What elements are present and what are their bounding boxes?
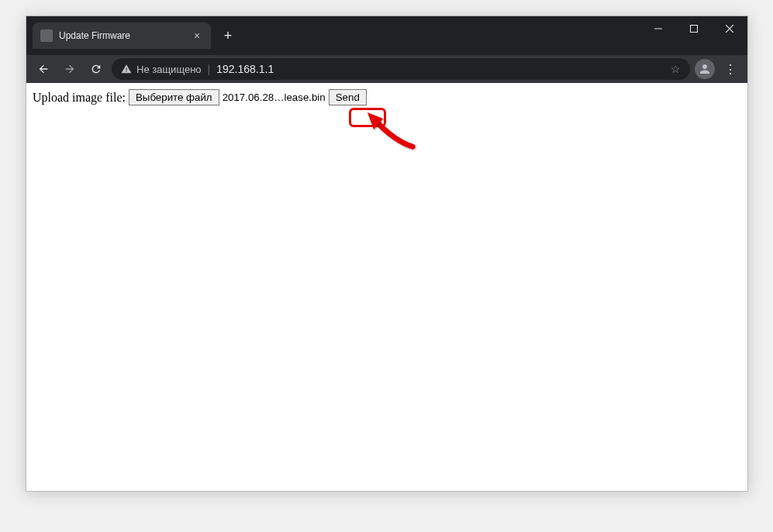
upload-label: Upload image file:	[33, 91, 126, 105]
page-content: Upload image file: Выберите файл 2017.06…	[26, 83, 747, 491]
new-tab-button[interactable]: +	[217, 25, 239, 47]
minimize-icon	[654, 25, 662, 33]
file-input[interactable]: Выберите файл 2017.06.28…lease.bin	[129, 89, 326, 105]
address-separator: |	[208, 63, 211, 75]
send-button[interactable]: Send	[329, 89, 367, 105]
minimize-button[interactable]	[640, 16, 676, 41]
browser-toolbar: Не защищено | 192.168.1.1 ☆ ⋮	[26, 55, 747, 83]
menu-button[interactable]: ⋮	[720, 58, 741, 80]
upload-form: Upload image file: Выберите файл 2017.06…	[33, 89, 741, 105]
back-button[interactable]	[33, 58, 54, 80]
close-tab-icon[interactable]: ×	[191, 29, 203, 42]
browser-window: Update Firmware × +	[26, 16, 748, 492]
svg-rect-1	[691, 26, 698, 33]
maximize-button[interactable]	[676, 16, 712, 41]
url-text: 192.168.1.1	[216, 63, 274, 75]
user-icon	[698, 62, 712, 76]
reload-button[interactable]	[85, 58, 107, 80]
titlebar: Update Firmware × +	[26, 16, 747, 55]
selected-filename: 2017.06.28…lease.bin	[223, 92, 326, 103]
favicon-icon	[40, 29, 53, 42]
close-window-button[interactable]	[712, 16, 747, 41]
maximize-icon	[690, 25, 698, 33]
arrow-right-icon	[64, 63, 76, 75]
tab-title: Update Firmware	[59, 30, 130, 41]
profile-avatar[interactable]	[695, 59, 715, 79]
window-controls	[640, 16, 747, 41]
warning-icon	[121, 64, 132, 74]
address-bar[interactable]: Не защищено | 192.168.1.1 ☆	[112, 58, 690, 80]
close-icon	[726, 25, 733, 33]
choose-file-button[interactable]: Выберите файл	[129, 89, 219, 105]
security-status: Не защищено	[121, 64, 202, 75]
bookmark-button[interactable]: ☆	[671, 63, 681, 75]
reload-icon	[90, 63, 102, 75]
arrow-left-icon	[37, 63, 50, 75]
forward-button[interactable]	[59, 58, 81, 80]
browser-tab[interactable]: Update Firmware ×	[33, 22, 211, 49]
security-text: Не защищено	[136, 64, 202, 75]
